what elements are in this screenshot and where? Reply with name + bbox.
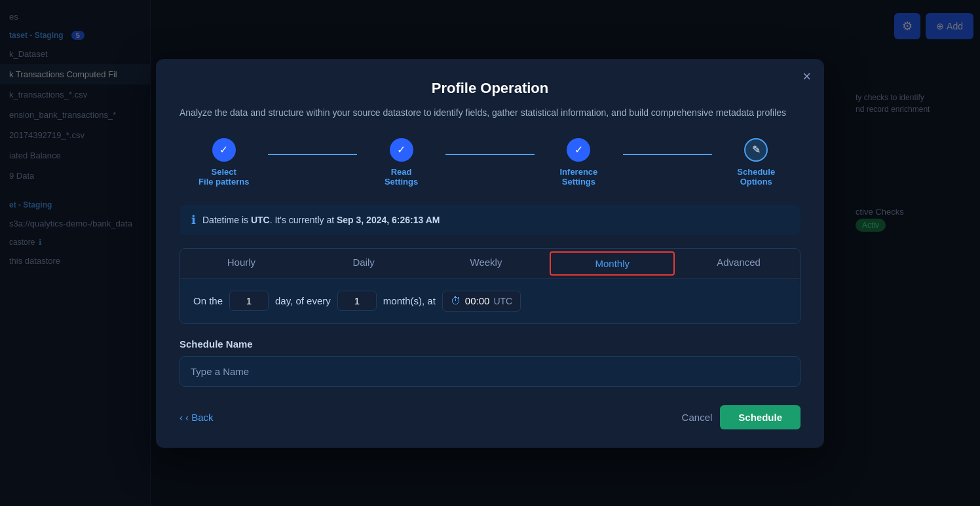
modal-backdrop: × Profile Operation Analyze the data and… — [0, 0, 980, 506]
check-icon-3: ✓ — [575, 143, 583, 156]
tab-advanced[interactable]: Advanced — [677, 249, 800, 278]
step-3: ✓ InferenceSettings — [535, 138, 623, 187]
footer-right-buttons: Cancel Schedule — [682, 405, 801, 429]
step-1: ✓ SelectFile patterns — [179, 138, 268, 187]
connector-2 — [445, 154, 534, 155]
tab-wrapper: Hourly Daily Weekly Monthly Advanced — [179, 248, 801, 324]
step-3-circle: ✓ — [567, 138, 590, 162]
utc-label: UTC — [493, 296, 512, 306]
cancel-button[interactable]: Cancel — [682, 412, 713, 423]
modal-description: Analyze the data and structure within yo… — [179, 106, 801, 120]
tab-bar: Hourly Daily Weekly Monthly Advanced — [180, 249, 800, 279]
edit-icon: ✎ — [752, 143, 761, 156]
back-chevron-icon: ‹ — [179, 412, 183, 423]
connector-1 — [268, 154, 356, 155]
step-2: ✓ ReadSettings — [357, 138, 445, 187]
step-4: ✎ ScheduleOptions — [712, 138, 801, 187]
modal-footer: ‹ ‹ Back Cancel Schedule — [179, 405, 801, 429]
day-input[interactable] — [229, 291, 269, 311]
schedule-name-section: Schedule Name — [179, 338, 801, 387]
check-icon-2: ✓ — [397, 143, 405, 156]
schedule-name-input[interactable] — [179, 356, 801, 387]
clock-icon: ⏱ — [451, 295, 461, 307]
step-4-label: ScheduleOptions — [737, 167, 775, 187]
schedule-button[interactable]: Schedule — [720, 405, 801, 429]
check-icon-1: ✓ — [219, 143, 228, 156]
time-picker[interactable]: ⏱ 00:00 UTC — [442, 291, 521, 312]
step-2-label: ReadSettings — [385, 167, 418, 187]
tab-hourly[interactable]: Hourly — [180, 249, 303, 278]
months-at-label: month(s), at — [383, 295, 436, 306]
step-3-label: InferenceSettings — [560, 167, 598, 187]
info-bar: ℹ Datetime is UTC. It's currently at Sep… — [179, 205, 801, 235]
modal-title: Profile Operation — [179, 80, 801, 97]
connector-3 — [623, 154, 711, 155]
tab-daily[interactable]: Daily — [303, 249, 425, 278]
info-icon: ℹ — [191, 213, 196, 227]
schedule-name-label: Schedule Name — [179, 338, 801, 350]
time-value: 00:00 — [465, 295, 490, 306]
back-button[interactable]: ‹ ‹ Back — [179, 412, 214, 423]
tab-weekly[interactable]: Weekly — [425, 249, 548, 278]
step-2-circle: ✓ — [390, 138, 413, 162]
day-of-every-label: day, of every — [275, 295, 331, 306]
month-input[interactable] — [337, 291, 377, 311]
schedule-section: Hourly Daily Weekly Monthly Advanced — [179, 248, 801, 324]
step-1-circle: ✓ — [212, 138, 236, 162]
tab-monthly[interactable]: Monthly — [550, 251, 675, 276]
stepper: ✓ SelectFile patterns ✓ ReadSettings ✓ I… — [179, 138, 801, 187]
close-icon: × — [802, 68, 811, 84]
modal-close-button[interactable]: × — [802, 69, 811, 84]
schedule-row: On the day, of every month(s), at ⏱ 00:0… — [180, 279, 800, 323]
profile-operation-modal: × Profile Operation Analyze the data and… — [156, 59, 824, 448]
step-1-label: SelectFile patterns — [198, 167, 249, 187]
on-the-label: On the — [193, 295, 223, 306]
step-4-circle: ✎ — [744, 138, 768, 162]
